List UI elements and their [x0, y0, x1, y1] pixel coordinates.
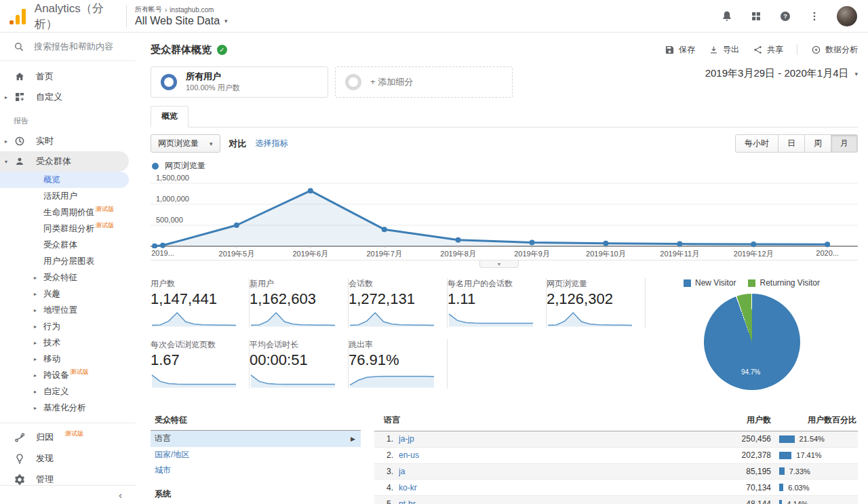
sidebar-item-interests[interactable]: ▸兴趣 — [0, 286, 136, 302]
legend-swatch-icon — [748, 279, 755, 287]
sidebar-item-behavior[interactable]: ▸行为 — [0, 318, 136, 334]
language-link-ko-kr[interactable]: ko-kr — [399, 483, 417, 492]
chevron-right-icon[interactable]: ▸ — [34, 340, 40, 346]
sidebar-item-attribution[interactable]: 归因测试版 — [0, 427, 136, 448]
sidebar-item-benchmarking[interactable]: ▸基准化分析 — [0, 400, 136, 416]
sidebar-item-label: 活跃用户 — [43, 191, 77, 202]
chevron-right-icon[interactable]: ▸ — [34, 307, 40, 313]
chevron-down-icon[interactable]: ▾ — [5, 159, 11, 165]
breadcrumb-property: instaghub.com — [170, 6, 214, 14]
save-button[interactable]: 保存 — [665, 44, 695, 56]
date-range-selector[interactable]: 2019年3月29日 - 2020年1月4日 ▾ — [705, 66, 858, 80]
sidebar-item-label: 同类群组分析 — [43, 223, 94, 235]
chevron-right-icon[interactable]: ▸ — [34, 291, 40, 297]
export-button[interactable]: 导出 — [709, 44, 739, 56]
metric-value: 2,126,302 — [547, 290, 635, 308]
granularity-hourly[interactable]: 每小时 — [735, 134, 778, 153]
sidebar-item-label: 发现 — [36, 452, 54, 465]
home-icon — [14, 71, 26, 83]
dimension-item-language[interactable]: 语言▶ — [151, 431, 361, 447]
sidebar-item-technology[interactable]: ▸技术 — [0, 334, 136, 351]
metric-sparkline — [151, 310, 237, 328]
legend-label: 网页浏览量 — [165, 160, 205, 172]
select-metric-link[interactable]: 选择指标 — [256, 138, 288, 149]
collapse-sidebar-icon[interactable]: ‹ — [119, 489, 122, 501]
language-link-ja[interactable]: ja — [399, 467, 405, 476]
breadcrumb[interactable]: 所有帐号 › instaghub.com — [135, 5, 228, 14]
y-axis-label: 1,000,000 — [156, 195, 189, 203]
chevron-down-icon: ▾ — [224, 18, 228, 24]
x-axis-label: 2019年10月 — [586, 249, 626, 259]
sidebar-collapse-bar: ‹ — [0, 485, 136, 504]
notifications-icon[interactable] — [720, 9, 734, 23]
sidebar-item-user-explorer[interactable]: 用户分层图表 — [0, 253, 136, 269]
sidebar-item-discover[interactable]: 发现 — [0, 448, 136, 469]
chevron-right-icon[interactable]: ▸ — [34, 372, 40, 379]
row-rank: 5. — [384, 499, 393, 504]
realtime-icon — [14, 135, 26, 147]
sidebar-item-label: 移动 — [43, 353, 60, 365]
sidebar-item-cross-device[interactable]: ▸跨设备测试版 — [0, 367, 136, 383]
language-link-ja-jp[interactable]: ja-jp — [399, 434, 414, 444]
segment-detail: 100.00% 用户数 — [186, 83, 239, 93]
view-selector[interactable]: All Web Site Data ▾ — [135, 15, 228, 27]
chevron-right-icon[interactable]: ▸ — [5, 94, 11, 100]
sidebar-item-demographics[interactable]: ▸受众特征 — [0, 269, 136, 286]
line-chart-svg — [151, 176, 858, 248]
sidebar-item-home[interactable]: 首页 — [0, 66, 136, 87]
sidebar-item-lifetime-value[interactable]: 生命周期价值测试版 — [0, 204, 136, 220]
segment-ring-empty-icon — [345, 74, 361, 90]
dimension-item-city[interactable]: 城市 — [151, 463, 361, 479]
sidebar-item-geo[interactable]: ▸地理位置 — [0, 302, 136, 318]
row-users: 48,144 — [709, 499, 771, 504]
metric-selector-dropdown[interactable]: 网页浏览量 ▾ — [151, 134, 220, 153]
discover-icon — [14, 452, 26, 465]
metrics-grid: 用户数1,147,441新用户1,162,603会话数1,272,131每名用户… — [151, 278, 646, 400]
x-axis-label: 2019年11月 — [660, 249, 699, 259]
chevron-right-icon[interactable]: ▸ — [34, 324, 40, 330]
avatar[interactable] — [837, 6, 857, 26]
more-vert-icon[interactable] — [808, 10, 821, 22]
apps-grid-icon[interactable] — [750, 10, 762, 22]
language-link-pt-br[interactable]: pt-br — [399, 499, 416, 504]
row-users: 85,195 — [709, 467, 771, 476]
chevron-right-icon[interactable]: ▸ — [34, 356, 40, 362]
breadcrumb-account: 所有帐号 — [135, 5, 162, 14]
sidebar-item-audiences[interactable]: 受众群体 — [0, 237, 136, 253]
insights-button[interactable]: 数据分析 — [811, 44, 858, 56]
chevron-right-icon[interactable]: ▸ — [34, 405, 40, 411]
help-icon[interactable]: ? — [778, 9, 792, 23]
sidebar-item-mobile[interactable]: ▸移动 — [0, 351, 136, 367]
analytics-logo[interactable]: Analytics（分析） — [0, 1, 126, 32]
row-users: 202,378 — [709, 450, 771, 460]
segment-all-users[interactable]: 所有用户 100.00% 用户数 — [151, 66, 328, 98]
language-link-en-us[interactable]: en-us — [399, 450, 419, 460]
metric-selector-value: 网页浏览量 — [158, 138, 199, 149]
sidebar-item-customization[interactable]: ▸自定义 — [0, 87, 136, 107]
granularity-day[interactable]: 日 — [778, 134, 805, 153]
annotations-drawer-toggle[interactable]: ▼ — [479, 260, 519, 268]
table-row: 1.ja-jp250,45621.54% — [374, 431, 858, 448]
sidebar-item-cohort-analysis[interactable]: 同类群组分析测试版 — [0, 220, 136, 237]
sidebar-search[interactable]: 搜索报告和帮助内容 — [0, 33, 136, 61]
sidebar-item-overview[interactable]: 概览 — [0, 172, 129, 188]
share-button[interactable]: 共享 — [753, 44, 783, 56]
granularity-month[interactable]: 月 — [831, 134, 858, 153]
metric-label: 新用户 — [250, 278, 338, 290]
dimension-item-country[interactable]: 国家/地区 — [151, 447, 361, 463]
sidebar-item-custom[interactable]: ▸自定义 — [0, 383, 136, 400]
sidebar-item-audience[interactable]: ▾受众群体 — [0, 151, 129, 172]
row-rank: 4. — [384, 483, 393, 492]
sidebar-item-realtime[interactable]: ▸实时 — [0, 131, 136, 151]
tab-overview[interactable]: 概览 — [151, 106, 189, 128]
sidebar-item-active-users[interactable]: 活跃用户 — [0, 188, 136, 204]
segment-ring-icon — [161, 74, 177, 90]
audience-icon — [14, 155, 26, 168]
granularity-week[interactable]: 周 — [805, 134, 831, 153]
metric-value: 1,162,603 — [250, 290, 338, 308]
chevron-down-icon: ▾ — [210, 140, 213, 147]
chevron-right-icon[interactable]: ▸ — [5, 138, 11, 144]
chevron-right-icon[interactable]: ▸ — [34, 275, 40, 281]
add-segment-button[interactable]: + 添加细分 — [335, 66, 513, 98]
chevron-right-icon[interactable]: ▸ — [34, 389, 40, 395]
